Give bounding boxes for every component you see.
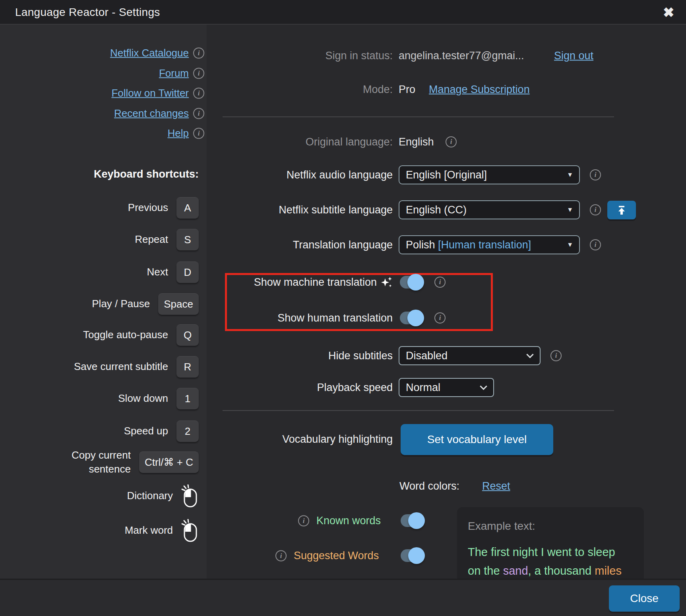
- caret-down-icon: ▼: [567, 241, 573, 248]
- sidebar: Netflix Catalogue i Forum i Follow on Tw…: [0, 25, 207, 579]
- chevron-down-icon: [480, 383, 487, 390]
- sidebar-item-netflix-catalogue: Netflix Catalogue i: [0, 47, 207, 59]
- vocabulary-highlighting-label: Vocabulary highlighting: [282, 433, 393, 446]
- info-icon[interactable]: i: [590, 204, 601, 215]
- example-text-title: Example text:: [468, 520, 535, 533]
- info-icon[interactable]: i: [434, 312, 446, 323]
- shortcut-row-slow-down: Slow down 1: [0, 388, 207, 409]
- subtitle-language-label: Netflix subtitle language: [279, 204, 393, 216]
- divider: [223, 410, 614, 411]
- shortcut-row-toggle-auto-pause: Toggle auto-pause Q: [0, 324, 207, 346]
- sidebar-item-twitter: Follow on Twitter i: [0, 87, 207, 99]
- shortcut-row-speed-up: Speed up 2: [0, 420, 207, 442]
- sign-out-link[interactable]: Sign out: [554, 50, 593, 62]
- human-translation-toggle[interactable]: [400, 312, 423, 324]
- shortcut-row-copy-sentence: Copy current sentence Ctrl/⌘ + C: [0, 448, 207, 476]
- close-button[interactable]: Close: [609, 585, 680, 612]
- upload-icon: [616, 205, 627, 216]
- sparkles-icon: [381, 276, 393, 288]
- dialog-title: Language Reactor - Settings: [15, 6, 160, 19]
- info-icon[interactable]: i: [434, 277, 446, 288]
- translation-language-label: Translation language: [293, 239, 393, 251]
- info-icon[interactable]: i: [193, 87, 204, 99]
- key-badge: A: [176, 197, 199, 219]
- shortcut-row-dictionary: Dictionary: [0, 484, 207, 508]
- key-badge: Ctrl/⌘ + C: [139, 451, 199, 473]
- help-link[interactable]: Help: [168, 127, 189, 139]
- info-icon[interactable]: i: [193, 47, 204, 58]
- suggested-words-label: Suggested Words: [294, 550, 379, 562]
- audio-language-label: Netflix audio language: [287, 169, 393, 181]
- set-vocabulary-level-button[interactable]: Set vocabulary level: [401, 424, 553, 455]
- known-words-toggle[interactable]: [401, 514, 424, 527]
- settings-dialog: Language Reactor - Settings ✖ Netflix Ca…: [0, 0, 686, 616]
- known-words-row: i Known words: [298, 515, 381, 527]
- info-icon[interactable]: i: [193, 108, 204, 119]
- machine-translation-toggle[interactable]: [400, 276, 423, 289]
- mouse-click-icon: [181, 519, 199, 542]
- word-colors-reset-link[interactable]: Reset: [482, 480, 510, 492]
- key-badge: 2: [176, 420, 199, 442]
- key-badge: 1: [176, 388, 199, 409]
- word-colors-label: Word colors:: [399, 480, 459, 492]
- sidebar-item-help: Help i: [0, 127, 207, 139]
- recent-changes-link[interactable]: Recent changes: [114, 107, 189, 120]
- netflix-catalogue-link[interactable]: Netflix Catalogue: [110, 47, 189, 59]
- audio-language-dropdown[interactable]: English [Original] ▼: [399, 165, 580, 184]
- info-icon[interactable]: i: [275, 550, 287, 561]
- playback-speed-select[interactable]: Normal: [399, 378, 494, 397]
- shortcut-row-previous: Previous A: [0, 197, 207, 219]
- shortcut-row-save-subtitle: Save current subtitle R: [0, 356, 207, 378]
- title-bar: Language Reactor - Settings ✖: [0, 0, 686, 25]
- sidebar-item-forum: Forum i: [0, 67, 207, 79]
- info-icon[interactable]: i: [446, 136, 457, 147]
- close-icon[interactable]: ✖: [663, 6, 674, 19]
- machine-translation-label: Show machine translation: [254, 276, 393, 289]
- divider: [223, 116, 614, 117]
- shortcut-row-repeat: Repeat S: [0, 229, 207, 250]
- info-icon[interactable]: i: [298, 515, 309, 526]
- playback-speed-label: Playback speed: [317, 382, 393, 394]
- info-icon[interactable]: i: [590, 239, 601, 250]
- example-line-2: on the sand, a thousand miles: [468, 564, 622, 577]
- forum-link[interactable]: Forum: [159, 67, 189, 79]
- account-email: angelina.tester77@gmai...: [399, 50, 524, 62]
- mode-label: Mode:: [363, 83, 393, 96]
- caret-down-icon: ▼: [567, 171, 573, 178]
- info-icon[interactable]: i: [550, 350, 562, 361]
- shortcut-row-mark-word: Mark word: [0, 519, 207, 542]
- known-words-label: Known words: [316, 515, 381, 527]
- hide-subtitles-select[interactable]: Disabled: [399, 346, 541, 365]
- key-badge: S: [176, 229, 199, 250]
- key-badge: R: [176, 356, 199, 378]
- mode-value: Pro: [399, 83, 415, 96]
- caret-down-icon: ▼: [567, 206, 573, 213]
- human-translation-label: Show human translation: [277, 312, 393, 324]
- key-badge: Space: [158, 293, 199, 315]
- keyboard-shortcuts-heading: Keyboard shortcuts:: [94, 168, 199, 180]
- footer-bar: Close: [0, 579, 686, 616]
- manage-subscription-link[interactable]: Manage Subscription: [429, 83, 530, 96]
- info-icon[interactable]: i: [590, 169, 601, 180]
- key-badge: Q: [176, 324, 199, 346]
- example-text-box: Example text: The first night I went to …: [457, 507, 644, 579]
- key-badge: D: [176, 262, 199, 283]
- sign-in-status-label: Sign in status:: [325, 50, 393, 62]
- suggested-words-toggle[interactable]: [401, 549, 424, 562]
- sidebar-item-recent-changes: Recent changes i: [0, 107, 207, 120]
- info-icon[interactable]: i: [193, 128, 204, 139]
- upload-subtitle-button[interactable]: [607, 201, 636, 219]
- original-language-value: English: [399, 136, 434, 148]
- subtitle-language-dropdown[interactable]: English (CC) ▼: [399, 200, 580, 219]
- example-line-1: The first night I went to sleep: [468, 546, 615, 559]
- twitter-link[interactable]: Follow on Twitter: [111, 87, 189, 99]
- suggested-words-row: i Suggested Words: [275, 550, 379, 562]
- original-language-label: Original language:: [306, 136, 393, 148]
- info-icon[interactable]: i: [193, 68, 204, 79]
- hide-subtitles-label: Hide subtitles: [328, 350, 393, 362]
- translation-language-dropdown[interactable]: Polish [Human translation] ▼: [399, 235, 580, 254]
- mouse-click-icon: [181, 484, 199, 508]
- shortcut-row-play-pause: Play / Pause Space: [0, 293, 207, 315]
- shortcut-row-next: Next D: [0, 262, 207, 283]
- chevron-down-icon: [526, 351, 533, 358]
